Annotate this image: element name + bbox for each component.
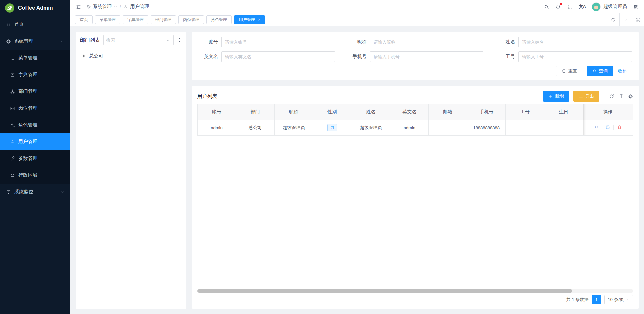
english-name-input[interactable]	[221, 51, 335, 62]
column-settings-gear-icon[interactable]	[628, 93, 633, 99]
page-size-select[interactable]: 10 条/页	[604, 295, 633, 304]
work-no-input[interactable]	[518, 51, 632, 62]
sidebar-submenu-system: 菜单管理 字典管理 部门管理 岗位管理 角色管理 用户管理	[0, 50, 70, 184]
dept-search-button[interactable]	[163, 35, 173, 45]
app-title: Coffee Admin	[18, 5, 53, 11]
fullscreen-icon[interactable]	[567, 4, 573, 10]
cell-dept: 总公司	[236, 120, 274, 136]
download-icon	[579, 94, 583, 99]
breadcrumb-system[interactable]: 系统管理	[86, 4, 117, 10]
tab-home[interactable]: 首页	[75, 15, 93, 24]
filter-field-account: 账号	[199, 37, 335, 47]
reset-button[interactable]: 重置	[556, 66, 582, 76]
search-icon	[592, 69, 597, 73]
monitor-icon	[6, 190, 11, 195]
user-table-card: 用户列表 新增 导出	[192, 86, 639, 309]
pagination: 共 1 条数据 1 10 条/页	[197, 293, 633, 307]
global-search-icon[interactable]	[544, 4, 549, 10]
row-height-icon[interactable]	[619, 93, 624, 99]
dept-panel-header: 部门列表	[76, 32, 186, 48]
translate-icon[interactable]: 文A	[579, 4, 586, 10]
delete-row-button[interactable]	[613, 125, 625, 130]
dept-tree: 总公司	[76, 48, 186, 64]
edit-pencil-icon	[605, 125, 610, 130]
export-button[interactable]: 导出	[573, 91, 599, 102]
close-icon[interactable]: ×	[258, 17, 260, 22]
search-icon	[166, 38, 171, 42]
sidebar: Coffee Admin 首页 系统管理 菜单管理 字典管理 部门管理	[0, 0, 70, 314]
col-email: 邮箱	[429, 104, 467, 120]
avatar[interactable]	[592, 2, 601, 11]
add-button[interactable]: 新增	[543, 91, 569, 102]
sidebar-item-menu-mgmt[interactable]: 菜单管理	[0, 50, 70, 66]
col-birthday: 生日	[544, 104, 583, 120]
name-input[interactable]	[518, 37, 632, 47]
tab-menu-chevron-icon[interactable]	[619, 13, 632, 26]
filter-field-english-name: 英文名	[199, 51, 335, 62]
user-menu[interactable]: 超级管理员	[592, 2, 627, 11]
edit-row-button[interactable]	[602, 125, 613, 130]
query-button[interactable]: 查询	[587, 66, 613, 76]
horizontal-scrollbar-track[interactable]	[197, 289, 633, 293]
role-key-icon	[10, 123, 15, 128]
account-input[interactable]	[221, 37, 335, 47]
phone-input[interactable]	[370, 51, 484, 62]
tab-dict-mgmt[interactable]: 字典管理	[123, 15, 148, 24]
right-column: 账号 昵称 姓名 英文名	[192, 32, 639, 309]
dept-more-dots-icon[interactable]	[177, 37, 182, 43]
user-table: 账号 部门 昵称 性别 姓名 英文名 邮箱 手机号 工号 生日 操作	[197, 104, 633, 136]
sidebar-group-system[interactable]: 系统管理	[0, 33, 70, 50]
horizontal-scrollbar-thumb[interactable]	[197, 289, 572, 293]
col-dept: 部门	[236, 104, 274, 120]
sidebar-item-post-mgmt[interactable]: 岗位管理	[0, 100, 70, 117]
trash-icon	[617, 125, 622, 130]
view-row-button[interactable]	[591, 125, 602, 130]
tree-node-root[interactable]: 总公司	[78, 52, 184, 60]
col-gender: 性别	[313, 104, 352, 120]
tabbar-controls	[607, 13, 644, 26]
user-icon	[123, 4, 128, 9]
chevron-down-icon	[114, 5, 117, 9]
sidebar-item-user-mgmt[interactable]: 用户管理	[0, 133, 70, 150]
notification-bell-icon[interactable]	[555, 4, 561, 10]
sidebar-item-dept-mgmt[interactable]: 部门管理	[0, 83, 70, 100]
sidebar-item-dict-mgmt[interactable]: 字典管理	[0, 66, 70, 83]
page-number-button[interactable]: 1	[592, 295, 601, 304]
sidebar-item-home[interactable]: 首页	[0, 16, 70, 33]
caret-right-icon[interactable]	[81, 53, 87, 59]
col-account: 账号	[198, 104, 236, 120]
nickname-input[interactable]	[370, 37, 484, 47]
sidebar-item-region[interactable]: 行政区域	[0, 167, 70, 184]
dept-panel: 部门列表 总公司	[76, 32, 186, 309]
sidebar-item-param-mgmt[interactable]: 参数管理	[0, 150, 70, 167]
content: 部门列表 总公司 账号	[70, 26, 644, 314]
tab-user-mgmt[interactable]: 用户管理 ×	[234, 15, 265, 24]
breadcrumb: 系统管理 / 用户管理	[86, 4, 149, 10]
total-count-text: 共 1 条数据	[566, 297, 588, 303]
breadcrumb-user-mgmt[interactable]: 用户管理	[123, 4, 149, 10]
cell-name: 超级管理员	[352, 120, 390, 136]
refresh-tab-icon[interactable]	[607, 13, 619, 26]
sidebar-item-role-mgmt[interactable]: 角色管理	[0, 117, 70, 133]
tab-dept-mgmt[interactable]: 部门管理	[151, 15, 176, 24]
tab-post-mgmt[interactable]: 岗位管理	[178, 15, 204, 24]
magnifier-icon	[594, 125, 599, 130]
collapse-filter-link[interactable]: 收起	[618, 68, 632, 74]
dept-search-input[interactable]	[104, 35, 163, 45]
tab-role-mgmt[interactable]: 角色管理	[206, 15, 232, 24]
tab-menu-mgmt[interactable]: 菜单管理	[95, 15, 120, 24]
settings-gear-icon[interactable]	[633, 4, 639, 10]
col-nickname: 昵称	[274, 104, 313, 120]
id-card-icon	[10, 106, 15, 111]
trash-icon	[561, 69, 566, 73]
wrench-icon	[10, 156, 15, 161]
sidebar-fold-icon[interactable]	[76, 4, 82, 10]
maximize-content-icon[interactable]	[632, 13, 644, 26]
refresh-table-icon[interactable]	[609, 93, 614, 99]
tabbar: 首页 菜单管理 字典管理 部门管理 岗位管理 角色管理 用户管理 ×	[70, 13, 644, 26]
bank-icon	[10, 173, 15, 178]
sidebar-group-monitor[interactable]: 系统监控	[0, 184, 70, 200]
gear-icon	[6, 39, 11, 44]
col-actions: 操作	[583, 104, 633, 120]
cell-gender: 男	[313, 120, 352, 136]
